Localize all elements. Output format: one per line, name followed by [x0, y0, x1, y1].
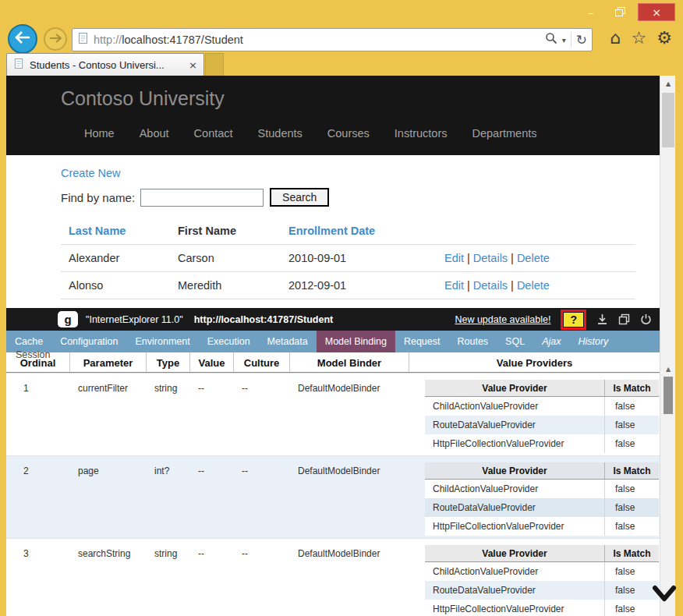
cell-first-name: Meredith [170, 272, 281, 299]
search-icon[interactable] [545, 32, 557, 48]
browser-window: – × http://localhost:41787/Student ▾ ↻ ⌂ [0, 0, 683, 616]
scrollbar-thumb[interactable] [662, 93, 674, 147]
back-arrow-icon [15, 31, 30, 47]
student-row: Alexander Carson 2010-09-01 Edit|Details… [61, 245, 635, 272]
provider-row: ChildActionValueProviderfalse [425, 562, 659, 581]
delete-link[interactable]: Delete [517, 252, 550, 264]
edit-link[interactable]: Edit [444, 252, 464, 264]
browser-navbar: http://localhost:41787/Student ▾ ↻ ⌂ ☆ ⚙ [0, 23, 683, 53]
new-tab-button[interactable] [205, 53, 224, 76]
glimpse-tab-metadata[interactable]: Metadata [259, 331, 317, 352]
col-header-last-name[interactable]: Last Name [61, 218, 170, 244]
provider-row: ChildActionValueProviderfalse [425, 397, 659, 416]
restore-button[interactable] [608, 4, 633, 21]
glimpse-tab-session[interactable]: Session [16, 349, 50, 360]
nav-item-home[interactable]: Home [84, 127, 115, 140]
find-by-name-input[interactable] [140, 189, 264, 207]
browser-tab[interactable]: Students - Contoso Universi... × [6, 53, 204, 76]
find-by-name-label: Find by name: [61, 191, 135, 204]
cell-enrollment-date: 2010-09-01 [281, 245, 437, 271]
close-button[interactable]: × [638, 3, 675, 21]
glimpse-tab-execution[interactable]: Execution [199, 331, 259, 352]
cell-actions: Edit|Details|Delete [437, 272, 635, 299]
binding-row: 2 page int? -- -- DefaultModelBinder Val… [6, 455, 660, 538]
nav-item-instructors[interactable]: Instructors [395, 127, 448, 140]
nav-item-courses[interactable]: Courses [327, 127, 370, 140]
edit-link[interactable]: Edit [444, 279, 464, 292]
title-bar: – × [0, 0, 683, 23]
glimpse-scrollbar-thumb[interactable] [664, 377, 673, 414]
site-brand[interactable]: Contoso University [61, 87, 225, 110]
settings-gear-icon[interactable]: ⚙ [656, 28, 672, 48]
value-providers-table: Value ProviderIs Match ChildActionValueP… [425, 380, 659, 453]
glimpse-logo[interactable]: g [58, 311, 78, 327]
vertical-scrollbar[interactable]: ▲ ▲ [660, 76, 675, 616]
nav-item-departments[interactable]: Departments [472, 127, 537, 140]
cell-actions: Edit|Details|Delete [437, 245, 635, 271]
back-button[interactable] [8, 24, 37, 54]
glimpse-tab-model-binding[interactable]: Model Binding [317, 331, 395, 352]
nav-item-about[interactable]: About [140, 127, 169, 140]
scroll-down-chevron-icon[interactable] [652, 580, 677, 608]
cell-enrollment-date: 2012-09-01 [281, 272, 437, 299]
glimpse-tab-sql[interactable]: SQL [497, 331, 533, 352]
refresh-icon[interactable]: ↻ [576, 32, 587, 48]
create-new-link[interactable]: Create New [61, 167, 121, 179]
tab-title: Students - Contoso Universi... [30, 59, 183, 71]
col-value-providers: Value Providers [409, 352, 660, 372]
url-text[interactable]: http://localhost:41787/Student [94, 34, 545, 46]
provider-row: HttpFileCollectionValueProviderfalse [425, 600, 659, 616]
provider-row: HttpFileCollectionValueProviderfalse [425, 434, 659, 453]
glimpse-bar: g "InternetExplorer 11.0" http://localho… [6, 308, 660, 331]
power-icon[interactable] [640, 313, 652, 325]
glimpse-tab-history[interactable]: History [569, 331, 617, 352]
tab-close-icon[interactable]: × [189, 59, 197, 71]
minimize-icon: – [589, 6, 594, 19]
page-icon [77, 32, 89, 48]
page-viewport: Contoso University Home About Contact St… [6, 76, 660, 616]
delete-link[interactable]: Delete [517, 279, 550, 292]
provider-row: HttpFileCollectionValueProviderfalse [425, 517, 659, 536]
glimpse-request-url: http://localhost:41787/Student [194, 314, 334, 325]
glimpse-tab-configuration[interactable]: Configuration [51, 331, 126, 352]
glimpse-tab-request[interactable]: Request [395, 331, 449, 352]
glimpse-tab-environment[interactable]: Environment [127, 331, 199, 352]
minimize-button[interactable]: – [579, 4, 603, 21]
col-culture: Culture [234, 352, 290, 372]
col-type: Type [147, 352, 190, 372]
col-model-binder: Model Binder [290, 352, 409, 372]
col-header-enrollment-date[interactable]: Enrollment Date [281, 218, 437, 244]
glimpse-tab-routes[interactable]: Routes [449, 331, 497, 352]
update-available-link[interactable]: New update available! [455, 314, 550, 325]
forward-arrow-icon [49, 32, 62, 46]
address-bar[interactable]: http://localhost:41787/Student ▾ ↻ [72, 28, 593, 51]
glimpse-tab-bar: Cache Configuration Environment Executio… [6, 331, 660, 352]
provider-row: ChildActionValueProviderfalse [425, 480, 659, 498]
student-row: Alonso Meredith 2012-09-01 Edit|Details|… [61, 272, 635, 299]
home-icon[interactable]: ⌂ [610, 28, 621, 48]
details-link[interactable]: Details [473, 252, 508, 264]
address-dropdown-icon[interactable]: ▾ [562, 36, 566, 44]
nav-item-contact[interactable]: Contact [194, 127, 233, 140]
students-table-header: Last Name First Name Enrollment Date [61, 218, 635, 245]
nav-item-students[interactable]: Students [258, 127, 303, 140]
address-divider [571, 32, 572, 48]
scroll-up-icon[interactable]: ▲ [660, 77, 676, 90]
value-providers-table: Value ProviderIs Match ChildActionValueP… [425, 462, 659, 536]
export-icon[interactable] [596, 313, 608, 325]
close-icon: × [652, 6, 661, 19]
col-value: Value [190, 352, 234, 372]
details-link[interactable]: Details [473, 279, 508, 292]
search-button[interactable]: Search [270, 188, 329, 207]
value-providers-table: Value ProviderIs Match ChildActionValueP… [425, 545, 659, 616]
cell-last-name: Alonso [61, 272, 170, 299]
cell-last-name: Alexander [61, 245, 170, 271]
glimpse-tab-ajax[interactable]: Ajax [533, 331, 569, 352]
favorites-star-icon[interactable]: ☆ [632, 28, 647, 48]
help-button[interactable]: ? [564, 313, 583, 327]
glimpse-scroll-up-icon[interactable]: ▲ [660, 363, 676, 375]
highlight-annotation: ? [561, 310, 586, 330]
forward-button[interactable] [44, 27, 67, 51]
provider-row: RouteDataValueProviderfalse [425, 416, 659, 434]
popout-icon[interactable] [618, 313, 630, 325]
